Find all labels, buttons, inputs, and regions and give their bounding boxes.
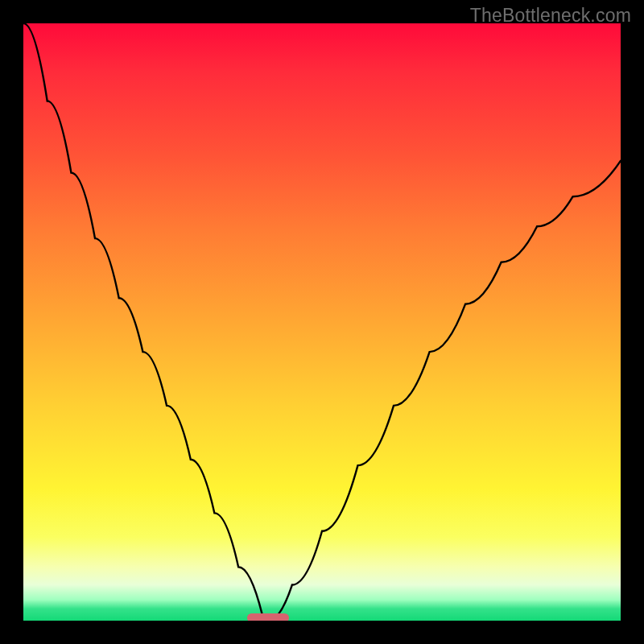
- plot-area: [23, 23, 621, 621]
- chart-frame: TheBottleneck.com: [0, 0, 644, 644]
- right-curve: [268, 161, 621, 621]
- curve-layer: [23, 23, 621, 621]
- left-curve: [23, 23, 268, 621]
- bottleneck-marker: [247, 613, 289, 621]
- watermark-text: TheBottleneck.com: [470, 5, 631, 27]
